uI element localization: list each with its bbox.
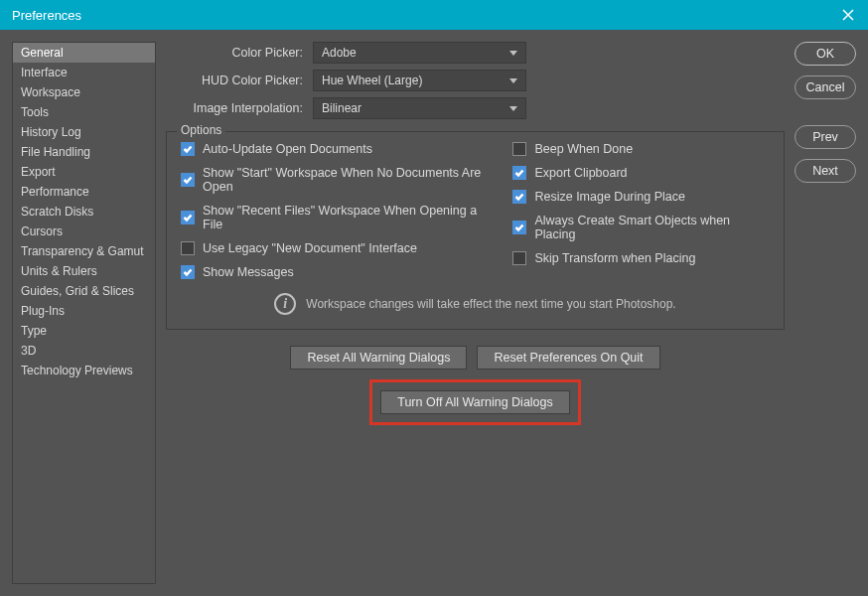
sidebar-item-scratch-disks[interactable]: Scratch Disks — [13, 202, 155, 222]
option-right-4: Skip Transform when Placing — [512, 251, 770, 265]
next-button[interactable]: Next — [795, 159, 856, 183]
option-left-1: Show "Start" Workspace When No Documents… — [181, 166, 493, 194]
sidebar-item-cursors[interactable]: Cursors — [13, 222, 155, 241]
checkbox-right-0[interactable] — [512, 142, 526, 156]
checkbox-right-4[interactable] — [512, 251, 526, 265]
checkbox-label-right-2: Resize Image During Place — [534, 190, 684, 204]
checkbox-left-1[interactable] — [181, 173, 195, 187]
window-title: Preferences — [12, 8, 81, 23]
hud-color-picker-select[interactable]: Hue Wheel (Large) — [313, 70, 526, 91]
sidebar-item-workspace[interactable]: Workspace — [13, 82, 155, 102]
turn-off-warnings-highlight: Turn Off All Warning Dialogs — [369, 379, 581, 425]
sidebar-item-general[interactable]: General — [13, 43, 155, 63]
option-left-2: Show "Recent Files" Workspace When Openi… — [181, 204, 493, 231]
sidebar-item-export[interactable]: Export — [13, 162, 155, 182]
checkbox-right-2[interactable] — [512, 190, 526, 204]
checkbox-label-right-0: Beep When Done — [534, 142, 633, 156]
sidebar-item-plug-ins[interactable]: Plug-Ins — [13, 301, 155, 321]
image-interpolation-value: Bilinear — [322, 101, 362, 115]
ok-button[interactable]: OK — [795, 42, 856, 66]
option-right-3: Always Create Smart Objects when Placing — [512, 214, 770, 241]
sidebar-item-performance[interactable]: Performance — [13, 182, 155, 202]
color-picker-select[interactable]: Adobe — [313, 42, 526, 64]
option-left-0: Auto-Update Open Documents — [181, 142, 493, 156]
option-right-0: Beep When Done — [512, 142, 770, 156]
option-left-4: Show Messages — [181, 265, 493, 279]
options-legend: Options — [177, 123, 225, 137]
preferences-sidebar: GeneralInterfaceWorkspaceToolsHistory Lo… — [12, 42, 156, 584]
checkbox-right-3[interactable] — [512, 221, 526, 234]
image-interpolation-label: Image Interpolation: — [166, 101, 313, 115]
sidebar-item-guides-grid-slices[interactable]: Guides, Grid & Slices — [13, 281, 155, 301]
checkbox-label-right-1: Export Clipboard — [534, 166, 627, 180]
sidebar-item-3d[interactable]: 3D — [13, 341, 155, 361]
checkbox-left-4[interactable] — [181, 265, 195, 279]
sidebar-item-history-log[interactable]: History Log — [13, 122, 155, 142]
checkbox-label-left-4: Show Messages — [203, 265, 294, 279]
option-right-1: Export Clipboard — [512, 166, 770, 180]
checkbox-label-left-0: Auto-Update Open Documents — [203, 142, 372, 156]
hud-color-picker-value: Hue Wheel (Large) — [322, 74, 422, 87]
hud-color-picker-label: HUD Color Picker: — [166, 74, 313, 87]
sidebar-item-file-handling[interactable]: File Handling — [13, 142, 155, 162]
checkbox-left-3[interactable] — [181, 241, 195, 255]
color-picker-value: Adobe — [322, 46, 357, 60]
prev-button[interactable]: Prev — [795, 125, 856, 149]
info-icon: i — [274, 293, 296, 315]
color-picker-label: Color Picker: — [166, 46, 313, 60]
checkbox-left-0[interactable] — [181, 142, 195, 156]
checkbox-left-2[interactable] — [181, 211, 195, 224]
checkbox-label-right-3: Always Create Smart Objects when Placing — [534, 214, 770, 241]
reset-warnings-button[interactable]: Reset All Warning Dialogs — [290, 346, 467, 370]
option-right-2: Resize Image During Place — [512, 190, 770, 204]
reset-prefs-button[interactable]: Reset Preferences On Quit — [477, 346, 659, 370]
checkbox-label-left-3: Use Legacy "New Document" Interface — [203, 241, 417, 255]
sidebar-item-technology-previews[interactable]: Technology Previews — [13, 361, 155, 380]
close-button[interactable] — [840, 7, 856, 23]
option-left-3: Use Legacy "New Document" Interface — [181, 241, 493, 255]
checkbox-label-left-2: Show "Recent Files" Workspace When Openi… — [203, 204, 493, 231]
sidebar-item-transparency-gamut[interactable]: Transparency & Gamut — [13, 241, 155, 261]
sidebar-item-tools[interactable]: Tools — [13, 102, 155, 122]
sidebar-item-interface[interactable]: Interface — [13, 63, 155, 82]
checkbox-right-1[interactable] — [512, 166, 526, 180]
checkbox-label-right-4: Skip Transform when Placing — [534, 251, 695, 265]
sidebar-item-units-rulers[interactable]: Units & Rulers — [13, 261, 155, 281]
info-text: Workspace changes will take effect the n… — [306, 297, 675, 311]
sidebar-item-type[interactable]: Type — [13, 321, 155, 341]
checkbox-label-left-1: Show "Start" Workspace When No Documents… — [203, 166, 493, 194]
options-group: Options Auto-Update Open DocumentsShow "… — [166, 131, 785, 330]
image-interpolation-select[interactable]: Bilinear — [313, 97, 526, 119]
cancel-button[interactable]: Cancel — [795, 75, 856, 99]
turn-off-warnings-button[interactable]: Turn Off All Warning Dialogs — [380, 390, 570, 414]
titlebar: Preferences — [0, 0, 868, 30]
